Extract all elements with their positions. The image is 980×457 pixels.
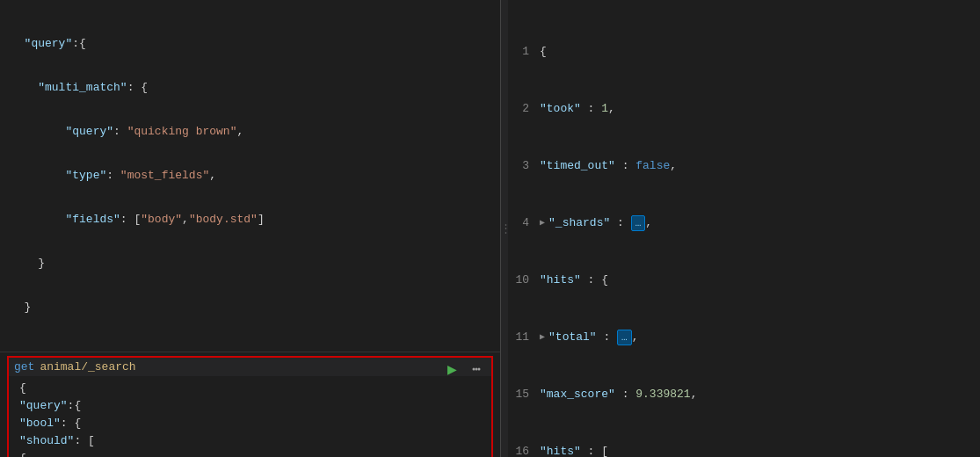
result-line: 11 ▶ "total" : …, [508, 329, 980, 346]
query-toolbar: ▶ [442, 359, 486, 379]
line: "multi_match": { [7, 79, 493, 97]
right-panel: 1 { 2 "took" : 1, 3 "timed_out" : false,… [508, 0, 980, 457]
result-line: 10 "hits" : { [508, 272, 980, 289]
svg-point-2 [478, 368, 481, 371]
result-line: 2 "took" : 1, [508, 100, 980, 118]
line: { [16, 380, 484, 397]
line: "query": "quicking brown", [7, 123, 493, 141]
line: "should": [ [16, 432, 484, 450]
query-box: get animal/_search ▶ { "query":{ "bool":… [7, 356, 493, 457]
query-header: get animal/_search ▶ [9, 358, 491, 376]
line: { [16, 450, 484, 457]
line: "query":{ [16, 397, 484, 415]
top-code: "query":{ "multi_match": { "query": "qui… [7, 5, 493, 346]
svg-point-1 [475, 368, 478, 371]
total-badge: … [617, 330, 632, 345]
line: "bool": { [16, 415, 484, 432]
line: "fields": ["body","body.std"] [7, 211, 493, 228]
result-line: 16 "hits" : [ [508, 443, 980, 457]
run-button[interactable]: ▶ [442, 359, 461, 379]
result-line: 4 ▶ "_shards" : …, [508, 214, 980, 232]
line: "type": "most_fields", [7, 167, 493, 185]
result-code: 1 { 2 "took" : 1, 3 "timed_out" : false,… [508, 0, 980, 457]
result-line: 1 { [508, 43, 980, 61]
top-snippet: "query":{ "multi_match": { "query": "qui… [0, 0, 500, 352]
query-body: { "query":{ "bool": { "should": [ { "mul… [9, 376, 491, 457]
line: } [7, 299, 493, 316]
left-panel: "query":{ "multi_match": { "query": "qui… [0, 0, 501, 457]
line: "query":{ [7, 35, 493, 53]
result-line: 15 "max_score" : 9.339821, [508, 386, 980, 403]
http-method: get [14, 360, 34, 374]
options-button[interactable] [467, 359, 486, 379]
svg-point-0 [473, 368, 475, 371]
wrench-icon [469, 362, 483, 376]
panel-divider[interactable]: ⋮ [501, 0, 508, 457]
result-line: 3 "timed_out" : false, [508, 157, 980, 175]
endpoint-path: animal/_search [40, 360, 135, 374]
shards-badge: … [631, 215, 646, 231]
line: } [7, 255, 493, 272]
